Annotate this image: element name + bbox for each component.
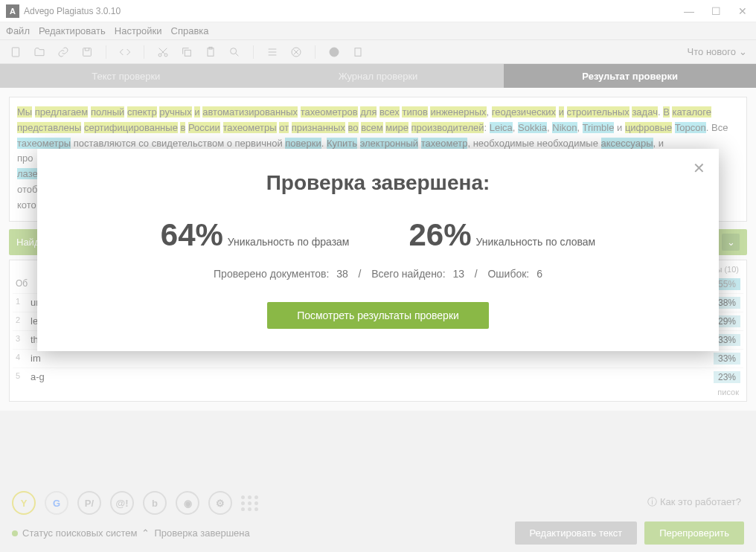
completion-modal: ✕ Проверка завершена: 64% Уникальность п… (37, 149, 719, 351)
close-icon[interactable]: ✕ (693, 159, 705, 177)
phrase-uniqueness-label: Уникальность по фразам (228, 236, 350, 248)
view-results-button[interactable]: Посмотреть результаты проверки (267, 302, 489, 329)
modal-title: Проверка завершена: (67, 171, 689, 195)
check-details: Проверено документов: 38 / Всего найдено… (67, 268, 689, 280)
word-uniqueness-value: 26% (409, 217, 471, 253)
phrase-uniqueness-value: 64% (161, 217, 223, 253)
word-uniqueness-label: Уникальность по словам (476, 236, 596, 248)
